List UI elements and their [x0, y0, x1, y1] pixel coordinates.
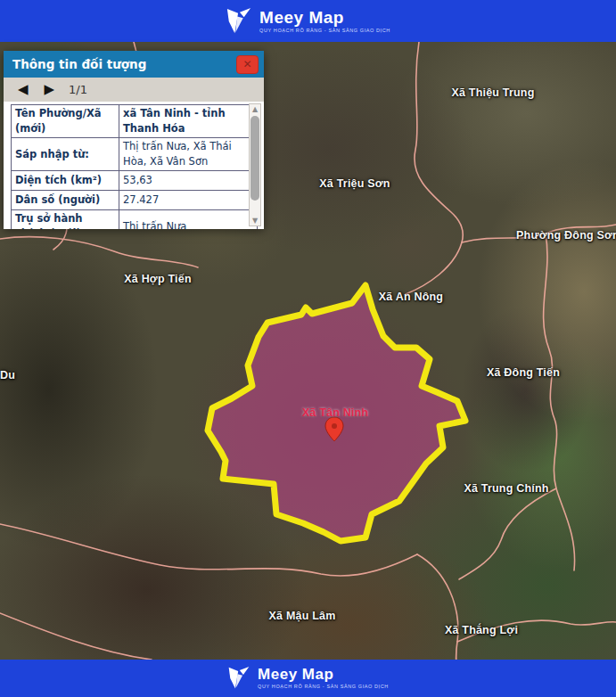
map-label-xa-dong-tien: Xã Đông Tiến: [487, 366, 560, 379]
scrollbar-thumb[interactable]: [251, 116, 259, 201]
map-label-xa-tan-ninh-selected: Xã Tân Ninh: [302, 406, 368, 419]
table-row: Diện tích (km²) 53,63: [12, 171, 258, 191]
row-value-dien-tich: 53,63: [119, 171, 258, 191]
popup-body: Tên Phường/Xã (mới) xã Tân Ninh - tỉnh T…: [4, 102, 264, 229]
object-info-table: Tên Phường/Xã (mới) xã Tân Ninh - tỉnh T…: [11, 104, 258, 229]
map-label-phuong-dong-son: Phường Đông Sơn: [516, 229, 616, 242]
row-label-dien-tich: Diện tích (km²): [12, 171, 119, 191]
meey-map-logo[interactable]: Meey Map QUY HOẠCH RÕ RÀNG - SẴN SÀNG GI…: [226, 7, 390, 36]
close-icon[interactable]: ✕: [236, 55, 259, 74]
brand-name: Meey Map: [259, 9, 390, 26]
footer-brand-name: Meey Map: [258, 667, 389, 682]
popup-scrollbar[interactable]: ▲ ▼: [249, 103, 261, 226]
bottom-footer-bar: Meey Map QUY HOẠCH RÕ RÀNG - SẴN SÀNG GI…: [0, 660, 616, 697]
row-value-sap-nhap-tu: Thị trấn Nưa, Xã Thái Hòa, Xã Vân Sơn: [119, 138, 258, 171]
map-label-xa-hop-tien: Xã Hợp Tiến: [124, 273, 191, 285]
map-label-du-partial: Du: [0, 369, 15, 381]
row-label-dan-so: Dân số (người): [12, 191, 119, 210]
brand-tagline: QUY HOẠCH RÕ RÀNG - SẴN SÀNG GIAO DỊCH: [259, 29, 390, 34]
popup-title-bar: Thông tin đối tượng ✕: [4, 51, 264, 78]
meey-map-footer-logo-icon: [227, 666, 251, 691]
map-label-xa-an-nong: Xã An Nông: [379, 291, 443, 303]
map-label-xa-trung-chinh: Xã Trung Chính: [464, 482, 548, 495]
map-label-xa-mau-lam: Xã Mậu Lâm: [269, 610, 336, 622]
table-row: Trụ sở hành chính (mới) Thị trấn Nưa: [12, 210, 258, 230]
meey-map-screen: Meey Map QUY HOẠCH RÕ RÀNG - SẴN SÀNG GI…: [0, 0, 616, 697]
meey-map-footer-logo[interactable]: Meey Map QUY HOẠCH RÕ RÀNG - SẴN SÀNG GI…: [227, 666, 389, 691]
top-header-bar: Meey Map QUY HOẠCH RÕ RÀNG - SẴN SÀNG GI…: [0, 0, 616, 42]
meey-map-logo-icon: [226, 7, 252, 36]
scroll-down-icon[interactable]: ▼: [250, 217, 260, 225]
row-value-tru-so: Thị trấn Nưa: [119, 210, 258, 230]
row-value-dan-so: 27.427: [119, 191, 258, 210]
row-value-ten-phuong-xa: xã Tân Ninh - tỉnh Thanh Hóa: [119, 105, 258, 138]
object-info-popup: Thông tin đối tượng ✕ ◀ ▶ 1/1 Tên Phường…: [4, 51, 264, 229]
table-row: Sáp nhập từ: Thị trấn Nưa, Xã Thái Hòa, …: [12, 138, 258, 171]
prev-page-icon[interactable]: ◀: [18, 83, 29, 96]
map-label-xa-thang-loi: Xã Thắng Lợi: [445, 624, 518, 636]
popup-pager-bar: ◀ ▶ 1/1: [4, 78, 264, 102]
map-label-xa-trieu-son: Xã Triệu Sơn: [319, 177, 390, 190]
popup-title: Thông tin đối tượng: [12, 57, 236, 71]
table-row: Dân số (người) 27.427: [12, 191, 258, 210]
scroll-up-icon[interactable]: ▲: [250, 105, 260, 113]
table-row: Tên Phường/Xã (mới) xã Tân Ninh - tỉnh T…: [12, 105, 258, 138]
map-label-xa-thieu-trung: Xã Thiệu Trung: [451, 86, 534, 99]
footer-brand-tagline: QUY HOẠCH RÕ RÀNG - SẴN SÀNG GIAO DỊCH: [258, 685, 389, 690]
row-label-ten-phuong-xa: Tên Phường/Xã (mới): [12, 105, 119, 138]
row-label-tru-so: Trụ sở hành chính (mới): [12, 210, 119, 230]
next-page-icon[interactable]: ▶: [45, 83, 55, 96]
row-label-sap-nhap-tu: Sáp nhập từ:: [12, 138, 119, 171]
page-counter: 1/1: [69, 83, 87, 96]
